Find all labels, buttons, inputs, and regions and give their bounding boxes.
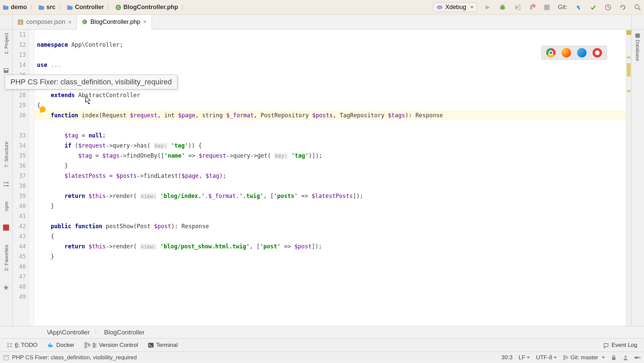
svg-point-11 [500,6,505,10]
debug-button[interactable] [499,4,506,11]
tool-window-npm[interactable]: npm [3,201,9,211]
crumb-item[interactable]: \App\Controller [47,329,90,336]
chevron-down-icon [527,357,530,359]
npm-icon[interactable] [3,225,10,231]
code-text: $page [182,172,199,179]
code-text: . [236,193,239,199]
inspection-tooltip: PHP CS Fixer: class_definition, visibili… [5,75,177,89]
svg-point-50 [85,346,87,348]
window-icon[interactable] [3,355,9,360]
file-encoding[interactable]: UTF-8 [536,354,557,361]
code-text: . [205,193,208,199]
git-branch-widget[interactable]: Git: master [563,354,605,361]
tool-window-docker[interactable]: Docker [47,342,74,349]
code-text: 'tag' [171,142,188,149]
tool-window-favorites[interactable]: 2: Favorites [3,245,9,271]
safari-icon[interactable] [577,48,587,57]
line-number: 33 [13,130,26,140]
update-project-button[interactable] [575,4,582,11]
breadcrumb-folder[interactable]: Controller [67,4,104,11]
svg-line-14 [500,8,501,9]
code-text: ... [47,62,61,68]
lock-icon[interactable] [611,355,616,360]
tool-window-structure[interactable]: 7: Structure [3,142,9,168]
toolbar-actions: Git: [484,4,641,11]
tool-window-version-control[interactable]: 9: Version Control [84,342,138,349]
code-text: $page [178,112,195,119]
tool-window-terminal[interactable]: Terminal [148,342,177,349]
tool-window-project[interactable]: 1: Project [3,33,9,54]
code-text: extends [51,92,75,98]
breadcrumb: demo 〉 src 〉 Controller 〉 C BlogControll… [3,3,188,11]
run-button[interactable] [484,4,491,11]
editor-tab[interactable]: {} composer.json ✕ [13,15,77,29]
close-icon[interactable]: ✕ [68,19,72,25]
svg-rect-3 [39,5,41,7]
breadcrumb-label: Controller [75,4,104,11]
svg-marker-18 [515,5,519,10]
chevron-down-icon [602,357,605,359]
scroll-mark[interactable] [627,90,631,92]
hector-icon[interactable] [622,355,629,361]
chevron-right-icon: 〉 [58,3,64,11]
code-editor[interactable]: namespace App\Controller; use ... class … [34,30,626,326]
breadcrumb-project[interactable]: demo [3,4,27,11]
svg-rect-36 [3,225,9,231]
code-text: $tags [103,152,120,159]
commit-button[interactable] [590,4,597,11]
search-everywhere-button[interactable] [634,4,641,11]
tool-icon[interactable] [3,181,10,188]
code-text: 'tag' [291,152,309,159]
run-config-label: Xdebug [445,4,466,11]
revert-button[interactable] [619,4,627,11]
chrome-icon[interactable] [546,48,556,57]
code-text: $this [89,243,106,250]
run-coverage-button[interactable] [514,4,521,11]
breadcrumb-file[interactable]: C BlogController.php [115,4,178,11]
line-number: 28 [13,90,26,100]
tool-window-todo[interactable]: 6: TODO [7,342,37,349]
svg-rect-45 [48,345,49,346]
tool-icon[interactable] [3,68,10,74]
code-text: 'posts' [274,193,298,199]
scroll-mark[interactable] [627,63,631,77]
project-tool-toggle[interactable] [0,15,13,29]
code-text: ; [103,132,106,139]
opera-icon[interactable] [593,48,602,57]
line-number: 35 [13,151,26,161]
line-number: 46 [13,261,26,272]
tool-window-event-log[interactable]: Event Log [603,342,637,349]
code-text: $posts [312,112,333,119]
history-button[interactable] [604,4,612,11]
database-icon[interactable] [635,33,641,40]
caret-position[interactable]: 30:3 [501,354,513,361]
database-tool-toggle[interactable] [631,15,644,29]
git-label: Git: [558,4,567,11]
memory-indicator-icon[interactable] [635,355,641,360]
editor-tab[interactable]: C BlogController.php ✕ [77,15,152,30]
firefox-icon[interactable] [562,48,571,57]
inspection-indicator[interactable] [627,30,631,35]
code-text: $posts [116,172,136,179]
star-icon[interactable] [3,284,10,291]
editor-scrollbar[interactable] [626,30,631,326]
line-number: 39 [13,191,26,201]
fold-gutter[interactable] [29,30,34,326]
code-text: = [92,152,103,159]
line-number: 36 [13,161,26,171]
breadcrumb-folder[interactable]: src [38,4,55,11]
tool-window-label: Docker [56,342,74,349]
run-config-dropdown[interactable]: php Xdebug [433,2,477,12]
line-number: 48 [13,282,26,292]
stop-button[interactable] [543,4,551,11]
tool-window-database[interactable]: Database [635,40,641,61]
crumb-item[interactable]: BlogController [104,329,145,336]
chevron-right-icon: 〉 [181,3,187,11]
close-icon[interactable]: ✕ [143,19,147,25]
svg-point-60 [625,356,627,358]
code-text: ->findLatest( [137,172,182,179]
stop-listen-button[interactable] [528,4,536,11]
svg-text:php: php [438,6,442,9]
line-separator[interactable]: LF [519,354,530,361]
scroll-mark[interactable] [627,56,631,58]
